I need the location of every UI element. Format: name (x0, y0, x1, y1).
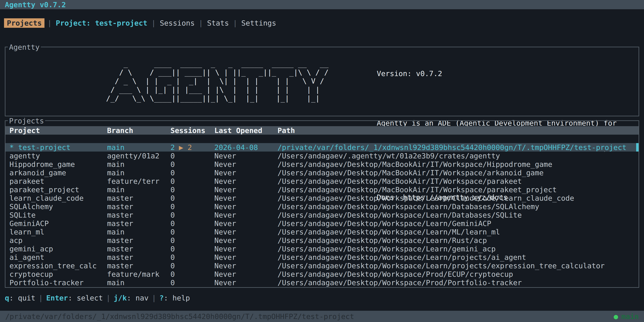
about-box-title: Agentty (8, 43, 41, 52)
cell-last-opened: Never (214, 278, 278, 287)
cell-project: ai_agent (10, 253, 107, 262)
help-desc-nav: : nav (127, 294, 148, 302)
cell-path: /Users/andagaev/Desktop/Workspace/Learn/… (278, 262, 638, 270)
cell-last-opened: Never (214, 253, 278, 262)
cell-last-opened: Never (214, 228, 278, 236)
cell-sessions: 0 (170, 270, 214, 278)
cell-project: parakeet_project (10, 186, 107, 194)
table-row[interactable]: parakeet feature/terr 0 Never /Users/and… (6, 177, 638, 185)
cell-last-opened: Never (214, 194, 278, 202)
header-path: Path (278, 126, 638, 135)
table-row[interactable]: learn_ml main 0 Never /Users/andagaev/De… (6, 228, 638, 236)
cell-branch: master (107, 262, 170, 270)
table-row[interactable]: acp master 0 Never /Users/andagaev/Deskt… (6, 236, 638, 244)
cell-sessions: 0 (170, 278, 214, 287)
help-separator: | (36, 294, 46, 302)
cell-branch: feature/mark (107, 270, 170, 278)
cell-last-opened: Never (214, 245, 278, 253)
cell-path: /Users/andagaev/Desktop/MacBookAir/IT/Wo… (278, 169, 638, 177)
cell-branch: main (107, 169, 170, 177)
table-row[interactable]: learn_claude_code master 0 Never /Users/… (6, 194, 638, 202)
tab-sessions[interactable]: Sessions (158, 18, 196, 28)
cell-path: /Users/andagaev/Desktop/Workspace/Learn/… (278, 228, 638, 236)
cell-branch: master (107, 245, 170, 253)
scrollbar-thumb[interactable] (636, 143, 638, 152)
table-row[interactable]: arkanoid_game main 0 Never /Users/andaga… (6, 168, 638, 177)
sessions-total: 2 (170, 143, 175, 152)
cell-branch: master (107, 219, 170, 228)
branch-name: main (621, 312, 639, 320)
status-bar: /private/var/folders/_1/xdnwsnl929d389bh… (0, 311, 644, 322)
cell-path: /Users/andagaev/Desktop/Workspace/Learn/… (278, 194, 638, 202)
cell-project: acp (10, 236, 107, 244)
cell-last-opened: Never (214, 169, 278, 177)
table-row[interactable]: GeminiACP master 0 Never /Users/andagaev… (6, 219, 638, 228)
tab-stats[interactable]: Stats (206, 18, 230, 28)
table-spacer (6, 135, 638, 143)
cell-sessions: 0 (170, 211, 214, 219)
help-desc-quit: : quit (9, 294, 36, 302)
cell-branch: master (107, 211, 170, 219)
cell-path: /Users/andagaev/Desktop/Workspace/Learn/… (278, 219, 638, 228)
cell-branch: main (107, 278, 170, 287)
cell-last-opened: Never (214, 177, 278, 185)
cell-last-opened: Never (214, 152, 278, 160)
cell-project: Hippodrome_game (10, 160, 107, 168)
titlebar: Agentty v0.7.2 (0, 0, 644, 9)
tab-separator: | (148, 19, 158, 27)
cell-path: /Users/andagaev/Desktop/Workspace/Learn/… (278, 211, 638, 219)
cell-path: /Users/andagaev/Desktop/MacBookAir/IT/Wo… (278, 186, 638, 194)
table-row[interactable]: Hippodrome_game main 0 Never /Users/anda… (6, 160, 638, 168)
cell-path: /Users/andagaev/Desktop/Workspace/Prod/E… (278, 270, 638, 278)
cell-sessions: 0 (170, 236, 214, 244)
cell-sessions: 0 (170, 194, 214, 202)
cell-path: /private/var/folders/_1/xdnwsnl929d389bh… (278, 143, 638, 152)
sessions-running-badge: ▶ 2 (179, 143, 192, 152)
branch-status-icon: ● (614, 312, 618, 320)
cell-project: cryptoecup (10, 270, 107, 278)
cell-project: Portfolio-tracker (10, 278, 107, 287)
help-separator: | (148, 294, 160, 302)
app-title: Agentty v0.7.2 (5, 0, 66, 9)
cell-project: GeminiACP (10, 219, 107, 228)
table-row[interactable]: Portfolio-tracker main 0 Never /Users/an… (6, 278, 638, 287)
cell-last-opened: Never (214, 160, 278, 168)
table-row[interactable]: parakeet_project main 0 Never /Users/and… (6, 185, 638, 194)
cell-project: parakeet (10, 177, 107, 185)
projects-box: Projects Project Branch Sessions Last Op… (5, 120, 639, 288)
cell-sessions: 2▶ 2 (170, 143, 214, 152)
cell-project: learn_ml (10, 228, 107, 236)
cell-path: /Users/andagaev/Desktop/Workspace/Learn/… (278, 202, 638, 211)
table-row[interactable]: agentty agentty/01a2 0 Never /Users/anda… (6, 152, 638, 160)
header-branch: Branch (107, 126, 170, 135)
table-row[interactable]: SQLite master 0 Never /Users/andagaev/De… (6, 211, 638, 219)
cell-sessions: 0 (170, 169, 214, 177)
tab-bar: Projects | Project: test-project | Sessi… (0, 18, 644, 28)
tab-projects[interactable]: Projects (4, 18, 44, 28)
header-last-opened: Last Opened (214, 126, 278, 135)
cell-project: learn_claude_code (10, 194, 107, 202)
cell-path: /Users/andagaev/.agentty/wt/01a2e3b9/cra… (278, 152, 638, 160)
cell-sessions: 0 (170, 160, 214, 168)
help-key-select: Enter (46, 294, 68, 302)
tab-settings[interactable]: Settings (240, 18, 277, 28)
cell-branch: main (107, 160, 170, 168)
version-line: Version: v0.7.2 (377, 70, 630, 78)
header-project: Project (10, 126, 107, 135)
status-branch-group: ● main (614, 312, 639, 320)
table-row[interactable]: cryptoecup feature/mark 0 Never /Users/a… (6, 270, 638, 278)
status-path: /private/var/folders/_1/xdnwsnl929d389bh… (5, 312, 354, 320)
cell-path: /Users/andagaev/Desktop/Workspace/Learn/… (278, 253, 638, 262)
table-row[interactable]: expression_tree_calc master 0 Never /Use… (6, 262, 638, 270)
table-row[interactable]: gemini_acp master 0 Never /Users/andagae… (6, 244, 638, 253)
header-sessions: Sessions (170, 126, 214, 135)
table-header-row: Project Branch Sessions Last Opened Path (6, 126, 638, 135)
table-row-selected[interactable]: * test-project main 2▶ 2 2026-04-08 /pri… (6, 143, 638, 152)
table-row[interactable]: SQLAlchemy master 0 Never /Users/andagae… (6, 202, 638, 211)
table-row[interactable]: ai_agent master 0 Never /Users/andagaev/… (6, 253, 638, 262)
tab-current-project[interactable]: Project: test-project (54, 18, 148, 28)
cell-branch: feature/terr (107, 177, 170, 185)
cell-branch: master (107, 202, 170, 211)
cell-last-opened: 2026-04-08 (214, 143, 278, 152)
cell-sessions: 0 (170, 245, 214, 253)
